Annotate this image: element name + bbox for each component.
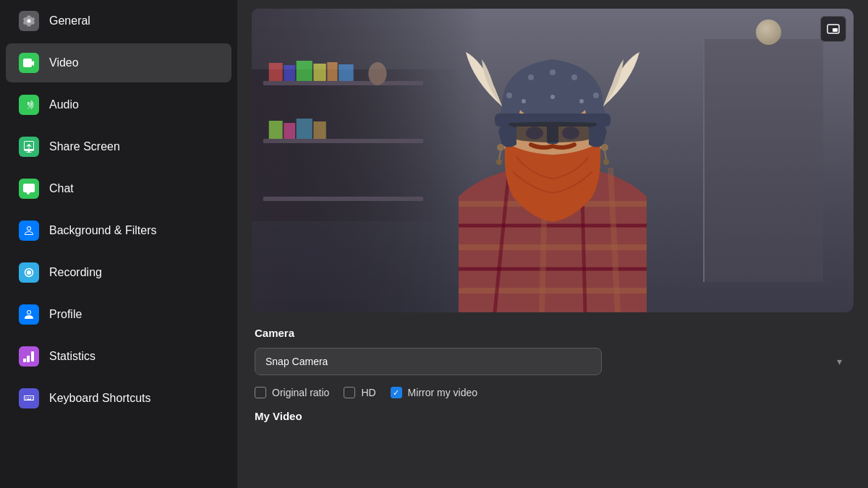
sidebar-item-chat[interactable]: Chat: [6, 169, 231, 208]
svg-point-33: [593, 93, 599, 98]
keyboard-shortcuts-icon: [19, 388, 39, 408]
checkbox-box-hd[interactable]: [344, 387, 355, 398]
svg-rect-47: [833, 28, 838, 32]
sidebar-item-audio[interactable]: Audio: [6, 85, 231, 124]
svg-rect-11: [339, 64, 354, 81]
pip-button[interactable]: [820, 16, 846, 42]
checkbox-row: Original ratioHD✓Mirror my video: [255, 387, 851, 398]
sidebar-label-video: Video: [49, 56, 79, 69]
sidebar-label-keyboard-shortcuts: Keyboard Shortcuts: [49, 392, 151, 405]
sidebar-label-profile: Profile: [49, 308, 82, 321]
checkbox-label-hd: HD: [361, 387, 375, 398]
checkbox-box-mirror[interactable]: ✓: [391, 387, 402, 398]
sidebar-label-share-screen: Share Screen: [49, 140, 120, 153]
svg-point-40: [497, 144, 504, 151]
sidebar-label-general: General: [49, 14, 90, 27]
svg-line-42: [499, 151, 501, 159]
door-area: [703, 39, 823, 282]
svg-rect-14: [297, 119, 312, 139]
video-icon: [19, 53, 39, 73]
share-screen-icon: [19, 137, 39, 157]
svg-rect-10: [327, 62, 337, 81]
checkbox-label-mirror: Mirror my video: [408, 387, 477, 398]
svg-rect-4: [263, 139, 423, 143]
svg-rect-12: [269, 121, 283, 139]
sidebar-label-statistics: Statistics: [49, 350, 95, 363]
sidebar-item-profile[interactable]: Profile: [6, 295, 231, 334]
checkbox-original-ratio[interactable]: Original ratio: [255, 387, 329, 398]
sidebar-label-background-filters: Background & Filters: [49, 224, 157, 237]
sidebar-item-recording[interactable]: Recording: [6, 253, 231, 292]
audio-icon: [19, 95, 39, 115]
pip-icon: [827, 22, 840, 35]
svg-point-35: [526, 127, 543, 140]
checkbox-box-original-ratio[interactable]: [255, 387, 266, 398]
person-svg: [430, 38, 676, 312]
sidebar-item-video[interactable]: Video: [6, 43, 231, 82]
svg-point-29: [506, 93, 512, 98]
svg-rect-7: [284, 65, 295, 81]
svg-point-45: [603, 159, 609, 165]
settings-panel: Camera Snap CameraFaceTime HD CameraOBS …: [237, 312, 868, 445]
recording-icon: [19, 262, 39, 283]
svg-rect-6: [269, 63, 283, 81]
checkbox-hd[interactable]: HD: [344, 387, 375, 398]
sidebar-item-keyboard-shortcuts[interactable]: Keyboard Shortcuts: [6, 379, 231, 418]
svg-point-32: [571, 74, 577, 80]
camera-dropdown-wrapper: Snap CameraFaceTime HD CameraOBS Virtual…: [255, 348, 851, 375]
video-preview: [252, 9, 854, 312]
svg-point-16: [368, 62, 386, 85]
checkbox-mirror[interactable]: ✓Mirror my video: [391, 387, 477, 398]
svg-point-44: [496, 159, 502, 165]
sidebar-item-statistics[interactable]: Statistics: [6, 337, 231, 376]
sidebar-item-share-screen[interactable]: Share Screen: [6, 127, 231, 166]
svg-point-41: [601, 144, 608, 151]
sidebar-item-background-filters[interactable]: Background & Filters: [6, 211, 231, 250]
svg-rect-3: [263, 81, 423, 85]
sidebar-label-chat: Chat: [49, 182, 74, 195]
svg-line-43: [605, 151, 606, 159]
svg-point-31: [550, 69, 556, 75]
checkbox-label-original-ratio: Original ratio: [272, 387, 329, 398]
svg-point-1: [27, 270, 31, 275]
statistics-icon: [19, 346, 39, 367]
video-bg: [252, 9, 854, 312]
svg-rect-8: [297, 61, 312, 81]
dropdown-arrow-icon: ▾: [837, 356, 842, 367]
my-video-label: My Video: [255, 410, 851, 422]
svg-point-30: [528, 74, 534, 80]
sidebar: GeneralVideoAudioShare ScreenChatBackgro…: [0, 0, 237, 488]
svg-point-38: [550, 95, 555, 99]
svg-point-36: [562, 127, 579, 140]
svg-rect-13: [284, 123, 295, 139]
camera-dropdown-select[interactable]: Snap CameraFaceTime HD CameraOBS Virtual…: [255, 348, 602, 375]
main-content: Camera Snap CameraFaceTime HD CameraOBS …: [237, 0, 868, 488]
sidebar-label-recording: Recording: [49, 266, 102, 279]
general-icon: [19, 11, 39, 31]
profile-icon: [19, 304, 39, 325]
chat-icon: [19, 179, 39, 199]
svg-rect-15: [313, 121, 326, 139]
background-filters-icon: [19, 221, 39, 241]
svg-point-37: [522, 99, 526, 103]
svg-point-39: [579, 99, 584, 103]
sidebar-item-general[interactable]: General: [6, 1, 231, 40]
svg-rect-9: [313, 64, 326, 81]
sidebar-label-audio: Audio: [49, 98, 79, 111]
ceiling-light: [756, 20, 781, 45]
svg-rect-5: [263, 197, 423, 201]
camera-section-label: Camera: [255, 327, 851, 339]
